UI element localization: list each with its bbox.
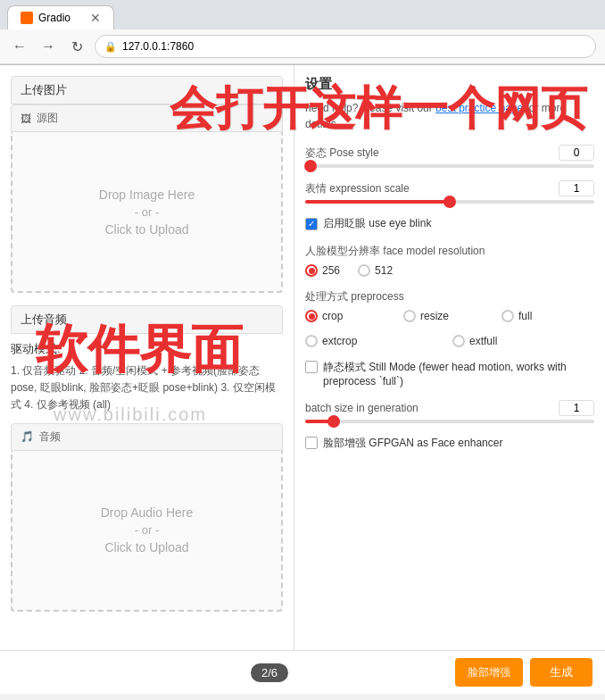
browser-chrome: Gradio ✕ ← → ↻ 🔒 127.0.0.1:7860 (0, 0, 605, 65)
resolution-512[interactable]: 512 (358, 264, 393, 277)
best-practice-link[interactable]: best practice page (435, 102, 523, 114)
face-resolution-options: 256 512 (305, 264, 594, 277)
address-bar[interactable]: 🔒 127.0.0.1:7860 (95, 35, 596, 58)
forward-button[interactable]: → (37, 36, 59, 57)
image-sub-header: 🖼 源图 (11, 104, 283, 132)
page-content: 上传图片 🖼 源图 Drop Image Here - or - Click t… (0, 65, 605, 694)
preprocess-extcrop-radio[interactable] (305, 335, 318, 347)
upload-audio-section: 上传音频 驱动模式: 1. 仅音频驱动 2. 音频/空闲模式 + 参考视频(脸部… (11, 305, 283, 612)
pose-style-thumb[interactable] (304, 160, 317, 172)
image-or-text: - or - (135, 205, 159, 219)
preprocess-crop[interactable]: crop (305, 310, 398, 322)
preprocess-extcrop[interactable]: extcrop (305, 335, 447, 347)
resolution-512-radio[interactable] (358, 264, 370, 277)
preprocess-label: 处理方式 preprocess (305, 289, 594, 304)
tab-close-button[interactable]: ✕ (90, 12, 101, 24)
face-enhance-button[interactable]: 脸部增强 (455, 658, 523, 687)
audio-or-text: - or - (135, 523, 159, 537)
resolution-256-dot (309, 268, 315, 274)
back-button[interactable]: ← (9, 36, 30, 57)
pose-style-track[interactable] (305, 164, 594, 168)
pose-style-group: 姿态 Pose style (305, 145, 594, 168)
audio-click-upload[interactable]: Click to Upload (104, 540, 188, 554)
image-sub-label: 源图 (37, 111, 58, 126)
image-upload-area[interactable]: Drop Image Here - or - Click to Upload (11, 132, 283, 293)
still-mode-checkbox[interactable] (305, 361, 318, 373)
preprocess-extfull[interactable]: extfull (452, 335, 594, 347)
drive-mode-desc: 1. 仅音频驱动 2. 音频/空闲模式 + 参考视频(脸部姿态pose, 眨眼b… (11, 362, 283, 414)
resolution-256[interactable]: 256 (305, 264, 340, 277)
left-panel: 上传图片 🖼 源图 Drop Image Here - or - Click t… (0, 65, 294, 694)
gfpgan-label: 脸部增强 GFPGAN as Face enhancer (323, 436, 502, 451)
eye-blink-label: 启用眨眼 use eye blink (323, 216, 431, 231)
page-indicator: 2/6 (251, 663, 288, 682)
expression-scale-thumb[interactable] (443, 196, 456, 208)
face-resolution-group: 人脸模型分辨率 face model resolution 256 512 (305, 244, 594, 277)
image-click-upload[interactable]: Click to Upload (104, 222, 188, 237)
preprocess-resize[interactable]: resize (403, 310, 496, 322)
refresh-button[interactable]: ↻ (66, 36, 87, 57)
upload-audio-label: 上传音频 (21, 312, 67, 326)
address-text: 127.0.0.1:7860 (122, 40, 194, 53)
expression-scale-fill (305, 200, 450, 204)
drop-image-text: Drop Image Here (99, 188, 195, 202)
eye-blink-row[interactable]: ✓ 启用眨眼 use eye blink (305, 216, 594, 231)
settings-title: 设置 (305, 76, 594, 93)
resolution-256-radio[interactable] (305, 264, 318, 277)
bottom-bar: 2/6 脸部增强 生成 (0, 650, 605, 694)
preprocess-extcrop-label: extcrop (322, 335, 357, 347)
expression-scale-value[interactable] (559, 180, 594, 196)
preprocess-options-row1: crop resize full (305, 310, 594, 322)
preprocess-full[interactable]: full (501, 310, 594, 322)
gfpgan-row[interactable]: 脸部增强 GFPGAN as Face enhancer (305, 436, 594, 451)
preprocess-crop-dot (309, 313, 315, 320)
expression-label-row: 表情 expression scale (305, 180, 594, 196)
still-mode-row[interactable]: 静态模式 Still Mode (fewer head motion, work… (305, 360, 594, 388)
audio-sub-header: 🎵 音频 (11, 423, 283, 451)
help-prefix: need help? please visit our (305, 102, 435, 114)
upload-image-section: 上传图片 🖼 源图 Drop Image Here - or - Click t… (11, 76, 283, 293)
upload-image-header: 上传图片 (11, 76, 283, 104)
preprocess-extfull-radio[interactable] (452, 335, 465, 347)
browser-tab[interactable]: Gradio ✕ (7, 5, 114, 29)
preprocess-group: 处理方式 preprocess crop resize full (305, 289, 594, 347)
image-icon: 🖼 (21, 112, 31, 125)
upload-audio-header: 上传音频 (11, 305, 283, 334)
tab-title: Gradio (38, 12, 70, 24)
audio-upload-area[interactable]: Drop Audio Here - or - Click to Upload (11, 451, 283, 612)
preprocess-crop-radio[interactable] (305, 310, 318, 322)
lock-icon: 🔒 (104, 41, 117, 53)
batch-size-track[interactable] (305, 420, 594, 423)
still-mode-label: 静态模式 Still Mode (fewer head motion, work… (323, 360, 594, 388)
batch-size-group: batch size in generation (305, 400, 594, 423)
drop-audio-text: Drop Audio Here (101, 505, 194, 520)
expression-scale-track[interactable] (305, 200, 594, 204)
preprocess-crop-label: crop (322, 310, 343, 322)
preprocess-resize-label: resize (420, 310, 449, 322)
help-text: need help? please visit our best practic… (305, 100, 594, 132)
batch-size-label: batch size in generation (305, 402, 419, 414)
action-buttons: 脸部增强 生成 (455, 658, 593, 687)
nav-bar: ← → ↻ 🔒 127.0.0.1:7860 (0, 29, 605, 64)
audio-sub-label: 音频 (39, 429, 61, 445)
right-panel: 设置 need help? please visit our best prac… (294, 65, 605, 694)
tab-favicon (21, 12, 33, 24)
resolution-512-label: 512 (375, 264, 393, 277)
generate-button[interactable]: 生成 (530, 658, 593, 687)
eye-blink-checkbox[interactable]: ✓ (305, 218, 318, 230)
expression-scale-group: 表情 expression scale (305, 180, 594, 204)
face-resolution-label: 人脸模型分辨率 face model resolution (305, 244, 594, 259)
tab-bar: Gradio ✕ (0, 0, 605, 29)
pose-style-value[interactable] (559, 145, 594, 161)
expression-scale-label: 表情 expression scale (305, 181, 410, 196)
preprocess-resize-radio[interactable] (403, 310, 416, 322)
pose-style-label: 姿态 Pose style (305, 146, 379, 161)
batch-label-row: batch size in generation (305, 400, 594, 416)
upload-image-label: 上传图片 (21, 83, 67, 96)
resolution-256-label: 256 (322, 264, 340, 277)
batch-size-thumb[interactable] (327, 415, 340, 428)
preprocess-full-radio[interactable] (501, 310, 514, 322)
gfpgan-checkbox[interactable] (305, 437, 318, 449)
preprocess-full-label: full (518, 310, 532, 322)
batch-size-value[interactable] (559, 400, 594, 416)
